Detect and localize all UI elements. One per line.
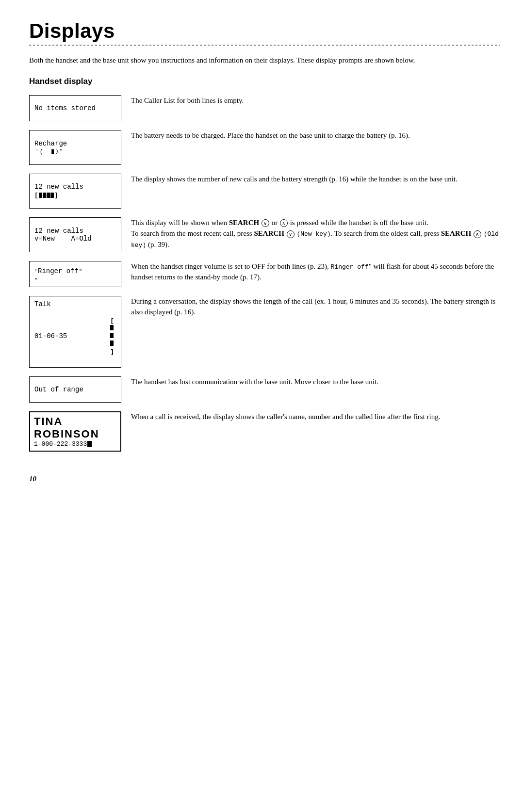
ringer-text: Ringer off — [38, 267, 79, 275]
talk-bat-left: [ — [110, 317, 114, 325]
display-line-ringer: 'Ringer off" — [34, 267, 116, 275]
display-box-recharge: Recharge '( ▮)" — [29, 130, 121, 165]
search-down-key-2: ∨ — [287, 230, 295, 238]
display-line-recharge-text: Recharge — [34, 140, 116, 147]
display-line-out-of-range: Out of range — [34, 386, 116, 393]
search-down-key: ∨ — [262, 219, 269, 227]
display-line-recharge-icon: '( ▮)" — [34, 147, 116, 155]
bold-search-3: SEARCH — [441, 229, 472, 237]
ringer-quote-bottom: „ — [34, 275, 116, 280]
page-number: 10 — [29, 475, 36, 483]
talk-battery: [ ] — [69, 309, 114, 363]
ringer-quote-top-left: ' — [34, 269, 37, 275]
display-row-new-calls-search: 12 new calls v=New Λ=Old This display wi… — [29, 217, 500, 252]
talk-bat-1 — [110, 325, 114, 330]
display-row-recharge: Recharge '( ▮)" The battery needs to be … — [29, 130, 500, 165]
display-line-battery: [ ] — [34, 192, 116, 199]
display-box-no-items: No items stored — [29, 95, 121, 121]
display-row-out-of-range: Out of range The handset has lost commun… — [29, 376, 500, 403]
page-title: Displays — [29, 19, 500, 43]
desc-talk: During a conversation, the display shows… — [131, 296, 500, 318]
desc-caller-id: When a call is received, the display sho… — [131, 411, 500, 422]
display-line-new-calls-2: 12 new calls — [34, 227, 116, 235]
ringer-code: Ringer off — [331, 263, 369, 271]
intro-paragraph: Both the handset and the base unit show … — [29, 55, 500, 66]
display-row-new-calls-base: 12 new calls [ ] The display shows the n… — [29, 174, 500, 209]
display-row-caller-id: TINA ROBINSON 1-000-222-3333 When a call… — [29, 411, 500, 452]
display-box-new-calls-search: 12 new calls v=New Λ=Old — [29, 217, 121, 252]
title-divider — [29, 45, 500, 46]
display-row-ringer: 'Ringer off" „ When the handset ringer v… — [29, 261, 500, 287]
battery-left-bracket: [ — [34, 192, 38, 199]
battery-seg-4 — [50, 193, 54, 198]
bold-search-1: SEARCH — [229, 219, 260, 227]
display-box-ringer: 'Ringer off" „ — [29, 261, 121, 287]
display-line-talk: Talk — [34, 300, 116, 308]
display-caller-number: 1-000-222-3333 — [34, 440, 116, 448]
display-box-out-of-range: Out of range — [29, 376, 121, 403]
page-footer: 10 — [29, 475, 500, 483]
desc-search: This display will be shown when SEARCH ∨… — [131, 217, 500, 250]
desc-new-calls-base: The display shows the number of new call… — [131, 174, 500, 185]
talk-bat-2 — [110, 333, 114, 338]
search-up-key: ∧ — [280, 219, 288, 227]
display-line-vnew: v=New Λ=Old — [34, 235, 116, 243]
ringer-quote-top-right: " — [79, 269, 82, 275]
desc-no-items: The Caller List for both lines is empty. — [131, 95, 500, 106]
battery-seg-3 — [47, 193, 50, 198]
display-row-no-items: No items stored The Caller List for both… — [29, 95, 500, 121]
battery-seg-1 — [39, 193, 42, 198]
battery-right-bracket: ] — [54, 192, 58, 199]
display-line-time: 01-06-35 [ ] — [34, 309, 116, 363]
display-caller-name: TINA ROBINSON — [34, 415, 116, 440]
display-line: No items stored — [34, 104, 116, 112]
new-key-label: (New key) — [296, 230, 330, 238]
display-section: No items stored The Caller List for both… — [29, 95, 500, 460]
search-up-key-2: ∧ — [474, 230, 481, 238]
section-heading: Handset display — [29, 77, 500, 86]
talk-bat-3 — [110, 341, 114, 346]
display-box-caller-id: TINA ROBINSON 1-000-222-3333 — [29, 411, 121, 452]
battery-seg-2 — [43, 193, 46, 198]
cursor-block — [87, 441, 92, 447]
bold-search-2: SEARCH — [254, 229, 284, 237]
display-box-new-calls-base: 12 new calls [ ] — [29, 174, 121, 209]
display-row-talk: Talk 01-06-35 [ ] During a conversation,… — [29, 296, 500, 368]
desc-recharge: The battery needs to be charged. Place t… — [131, 130, 500, 141]
display-line-new-calls: 12 new calls — [34, 183, 116, 191]
display-box-talk: Talk 01-06-35 [ ] — [29, 296, 121, 368]
desc-ringer: When the handset ringer volume is set to… — [131, 261, 500, 283]
desc-out-of-range: The handset has lost communication with … — [131, 376, 500, 388]
talk-bat-right: ] — [110, 348, 114, 356]
time-text: 01-06-35 — [34, 332, 67, 340]
